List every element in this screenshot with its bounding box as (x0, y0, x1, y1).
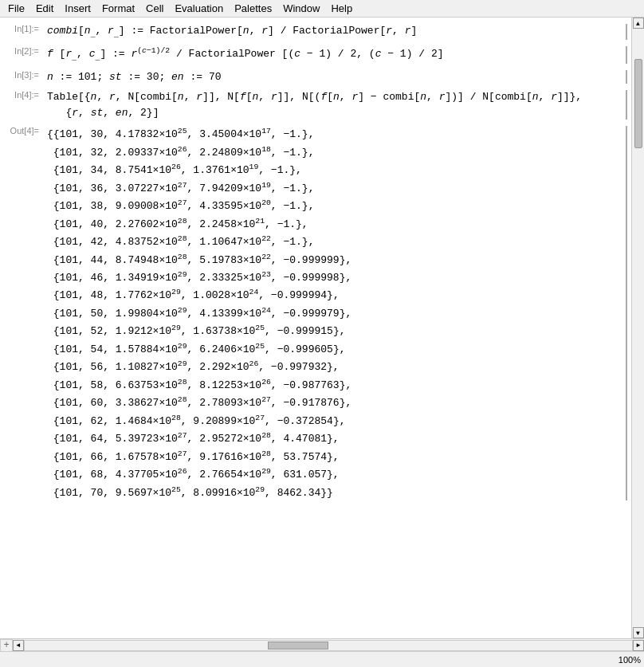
cell-in3-label: In[3]:= (0, 69, 44, 80)
cell-in4: In[4]:= Table[{n, r, N[combi[n, r]], N[f… (0, 87, 631, 123)
menubar: File Edit Insert Format Cell Evaluation … (0, 0, 644, 18)
cell-in1-label: In[1]:= (0, 22, 44, 33)
hscroll-track[interactable] (24, 640, 633, 651)
menu-evaluation[interactable]: Evaluation (170, 2, 228, 15)
hscrollbar[interactable]: + ◄ ► (0, 638, 644, 651)
right-scrollbar-panel: ▲ ▼ (631, 18, 644, 638)
cell-in2-label: In[2]:= (0, 45, 44, 56)
scroll-down-arrow[interactable]: ▼ (633, 627, 644, 638)
zoom-level: 100% (618, 655, 641, 665)
menu-insert[interactable]: Insert (60, 2, 96, 15)
cell-in2-bracket (622, 45, 629, 65)
menu-format[interactable]: Format (97, 2, 139, 15)
cell-in4-bracket (622, 88, 629, 121)
main-area: In[1]:= combi[n_, r_] := FactorialPower[… (0, 18, 644, 638)
notebook[interactable]: In[1]:= combi[n_, r_] := FactorialPower[… (0, 18, 631, 638)
hscroll-thumb[interactable] (268, 641, 328, 649)
cell-in4-label: In[4]:= (0, 88, 44, 100)
cell-out4-bracket (622, 124, 629, 502)
cell-in1: In[1]:= combi[n_, r_] := FactorialPower[… (0, 21, 631, 43)
menu-edit[interactable]: Edit (31, 2, 58, 15)
cell-out4: Out[4]= {{101, 30, 4.17832×1025, 3.45004… (0, 123, 631, 504)
scroll-right-arrow[interactable]: ► (633, 640, 644, 651)
cell-in3-bracket (622, 69, 629, 86)
menu-cell[interactable]: Cell (141, 2, 168, 15)
scrollbar-track[interactable] (633, 29, 644, 627)
cell-in2-content[interactable]: f [r_, c_] := r(c−1)/2 / FactorialPower … (44, 45, 622, 65)
menu-palettes[interactable]: Palettes (230, 2, 277, 15)
cell-in4-content[interactable]: Table[{n, r, N[combi[n, r]], N[f[n, r]],… (44, 88, 622, 121)
scroll-up-arrow[interactable]: ▲ (633, 18, 644, 29)
scrollbar-thumb[interactable] (634, 59, 642, 149)
cell-in2: In[2]:= f [r_, c_] := r(c−1)/2 / Factori… (0, 43, 631, 67)
cell-in3: In[3]:= n := 101; st := 30; en := 70 (0, 67, 631, 88)
menu-help[interactable]: Help (326, 2, 357, 15)
cell-in3-content[interactable]: n := 101; st := 30; en := 70 (44, 69, 622, 86)
cell-in1-bracket (622, 22, 629, 41)
statusbar: 100% (0, 651, 644, 667)
cell-out4-label: Out[4]= (0, 124, 44, 135)
menu-window[interactable]: Window (278, 2, 324, 15)
menu-file[interactable]: File (3, 2, 29, 15)
new-cell-button[interactable]: + (0, 639, 13, 652)
statusbar-zoom: 100% (618, 655, 641, 665)
cell-in1-content[interactable]: combi[n_, r_] := FactorialPower[n, r] / … (44, 22, 622, 41)
cell-out4-content: {{101, 30, 4.17832×1025, 3.45004×1017, −… (44, 124, 622, 502)
scroll-left-arrow[interactable]: ◄ (13, 640, 24, 651)
